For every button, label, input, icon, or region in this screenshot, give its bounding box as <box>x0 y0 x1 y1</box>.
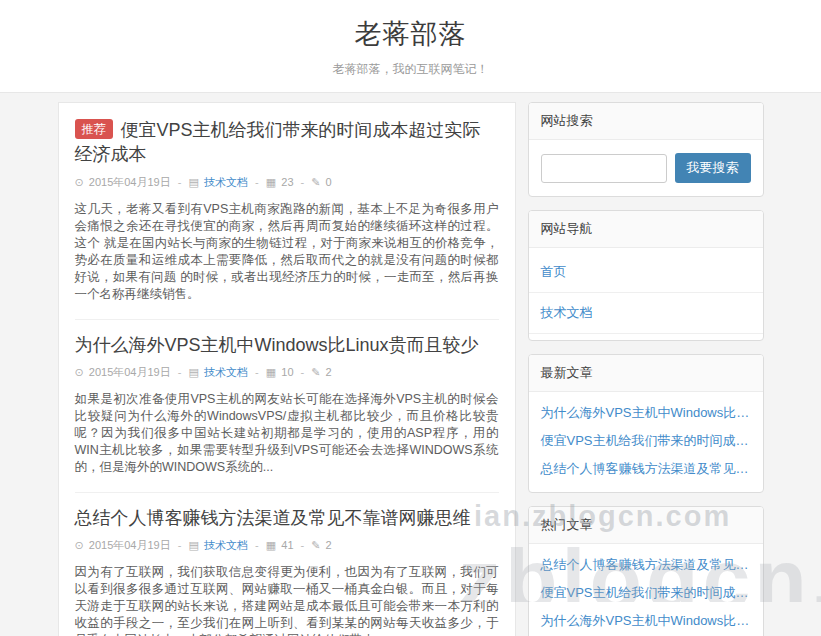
list-item: 为什么海外VPS主机中Windows比Linux贵而... <box>529 399 763 427</box>
meta-separator: - <box>255 366 259 378</box>
list-item: 为什么海外VPS主机中Windows比Linux贵而... <box>529 607 763 635</box>
views-icon: ▦ <box>266 176 276 188</box>
site-nav-title: 网站导航 <box>529 211 763 248</box>
post-list: 推荐便宜VPS主机给我们带来的时间成本超过实际经济成本 ⊙ 2015年04月19… <box>58 102 516 636</box>
category-icon: ▤ <box>189 366 199 378</box>
hot-articles-title: 热门文章 <box>529 507 763 544</box>
sidebar: 网站搜索 我要搜索 网站导航 首页 技术文档 最新文章 为什么海外VPS主机中W… <box>528 102 764 636</box>
post-item: 总结个人博客赚钱方法渠道及常见不靠谱网赚思维 ⊙ 2015年04月19日 - ▤… <box>75 493 499 636</box>
meta-separator: - <box>301 366 305 378</box>
search-form: 我要搜索 <box>529 140 763 196</box>
content-container: 推荐便宜VPS主机给我们带来的时间成本超过实际经济成本 ⊙ 2015年04月19… <box>58 102 764 636</box>
list-item: 总结个人博客赚钱方法渠道及常见不靠谱网赚... <box>529 455 763 483</box>
post-item: 推荐便宜VPS主机给我们带来的时间成本超过实际经济成本 ⊙ 2015年04月19… <box>75 105 499 320</box>
category-icon: ▤ <box>189 176 199 188</box>
views-icon: ▦ <box>266 366 276 378</box>
post-views-count: 10 <box>281 366 293 378</box>
post-meta: ⊙ 2015年04月19日 - ▤ 技术文档 - ▦ 10 - ✎ 2 <box>75 365 499 380</box>
category-icon: ▤ <box>189 539 199 551</box>
latest-articles-title: 最新文章 <box>529 355 763 392</box>
nav-link-home[interactable]: 首页 <box>529 252 763 292</box>
latest-articles-widget: 最新文章 为什么海外VPS主机中Windows比Linux贵而... 便宜VPS… <box>528 354 764 493</box>
post-title-link[interactable]: 为什么海外VPS主机中Windows比Linux贵而且较少 <box>75 335 479 355</box>
post-meta: ⊙ 2015年04月19日 - ▤ 技术文档 - ▦ 23 - ✎ 0 <box>75 175 499 190</box>
meta-separator: - <box>255 176 259 188</box>
hot-articles-list: 总结个人博客赚钱方法渠道及常见不靠谱网赚... 便宜VPS主机给我们带来的时间成… <box>529 544 763 636</box>
comments-icon: ✎ <box>311 176 320 188</box>
site-subtitle: 老蒋部落，我的互联网笔记！ <box>0 61 821 78</box>
post-excerpt: 这几天，老蒋又看到有VPS主机商家跑路的新闻，基本上不足为奇很多用户会痛恨之余还… <box>75 201 499 303</box>
list-item: 总结个人博客赚钱方法渠道及常见不靠谱网赚... <box>529 551 763 579</box>
post-views-count: 23 <box>281 176 293 188</box>
latest-article-link[interactable]: 总结个人博客赚钱方法渠道及常见不靠谱网赚... <box>529 455 763 483</box>
hot-articles-widget: 热门文章 总结个人博客赚钱方法渠道及常见不靠谱网赚... 便宜VPS主机给我们带… <box>528 506 764 636</box>
post-title-link[interactable]: 总结个人博客赚钱方法渠道及常见不靠谱网赚思维 <box>75 508 471 528</box>
post-comments-count: 2 <box>326 366 332 378</box>
post-title-row: 推荐便宜VPS主机给我们带来的时间成本超过实际经济成本 <box>75 118 499 167</box>
site-header: 老蒋部落 老蒋部落，我的互联网笔记！ <box>0 0 821 93</box>
latest-articles-list: 为什么海外VPS主机中Windows比Linux贵而... 便宜VPS主机给我们… <box>529 392 763 492</box>
site-nav-widget: 网站导航 首页 技术文档 <box>528 210 764 341</box>
post-date: 2015年04月19日 <box>89 366 171 378</box>
clock-icon: ⊙ <box>75 539 84 551</box>
post-title-link[interactable]: 便宜VPS主机给我们带来的时间成本超过实际经济成本 <box>75 120 481 164</box>
meta-separator: - <box>255 539 259 551</box>
clock-icon: ⊙ <box>75 176 84 188</box>
post-category-link[interactable]: 技术文档 <box>204 176 248 188</box>
meta-separator: - <box>178 366 182 378</box>
search-widget: 网站搜索 我要搜索 <box>528 102 764 197</box>
hot-article-link[interactable]: 为什么海外VPS主机中Windows比Linux贵而... <box>529 607 763 635</box>
site-title[interactable]: 老蒋部落 <box>0 16 821 52</box>
post-comments-count: 0 <box>326 176 332 188</box>
comments-icon: ✎ <box>311 366 320 378</box>
recommend-badge: 推荐 <box>75 119 113 139</box>
latest-article-link[interactable]: 便宜VPS主机给我们带来的时间成本超过实际... <box>529 427 763 455</box>
search-button[interactable]: 我要搜索 <box>675 153 751 183</box>
views-icon: ▦ <box>266 539 276 551</box>
nav-item-home: 首页 <box>529 252 763 293</box>
nav-link-tech-docs[interactable]: 技术文档 <box>529 293 763 333</box>
post-meta: ⊙ 2015年04月19日 - ▤ 技术文档 - ▦ 41 - ✎ 2 <box>75 538 499 553</box>
post-date: 2015年04月19日 <box>89 539 171 551</box>
post-excerpt: 如果是初次准备使用VPS主机的网友站长可能在选择海外VPS主机的时候会比较疑问为… <box>75 391 499 476</box>
post-item: 为什么海外VPS主机中Windows比Linux贵而且较少 ⊙ 2015年04月… <box>75 320 499 493</box>
search-widget-title: 网站搜索 <box>529 103 763 140</box>
clock-icon: ⊙ <box>75 366 84 378</box>
search-input[interactable] <box>541 154 667 183</box>
nav-item-tech-docs: 技术文档 <box>529 293 763 334</box>
meta-separator: - <box>178 176 182 188</box>
post-title-row: 为什么海外VPS主机中Windows比Linux贵而且较少 <box>75 333 499 357</box>
post-comments-count: 2 <box>326 539 332 551</box>
list-item: 便宜VPS主机给我们带来的时间成本超过实际... <box>529 427 763 455</box>
hot-article-link[interactable]: 便宜VPS主机给我们带来的时间成本超过实际... <box>529 579 763 607</box>
site-nav-list: 首页 技术文档 <box>529 248 763 340</box>
post-excerpt: 因为有了互联网，我们获取信息变得更为便利，也因为有了互联网，我们可以看到很多很多… <box>75 564 499 636</box>
post-category-link[interactable]: 技术文档 <box>204 366 248 378</box>
meta-separator: - <box>301 176 305 188</box>
hot-article-link[interactable]: 总结个人博客赚钱方法渠道及常见不靠谱网赚... <box>529 551 763 579</box>
post-views-count: 41 <box>281 539 293 551</box>
comments-icon: ✎ <box>311 539 320 551</box>
meta-separator: - <box>301 539 305 551</box>
post-category-link[interactable]: 技术文档 <box>204 539 248 551</box>
latest-article-link[interactable]: 为什么海外VPS主机中Windows比Linux贵而... <box>529 399 763 427</box>
post-date: 2015年04月19日 <box>89 176 171 188</box>
meta-separator: - <box>178 539 182 551</box>
list-item: 便宜VPS主机给我们带来的时间成本超过实际... <box>529 579 763 607</box>
post-title-row: 总结个人博客赚钱方法渠道及常见不靠谱网赚思维 <box>75 506 499 530</box>
